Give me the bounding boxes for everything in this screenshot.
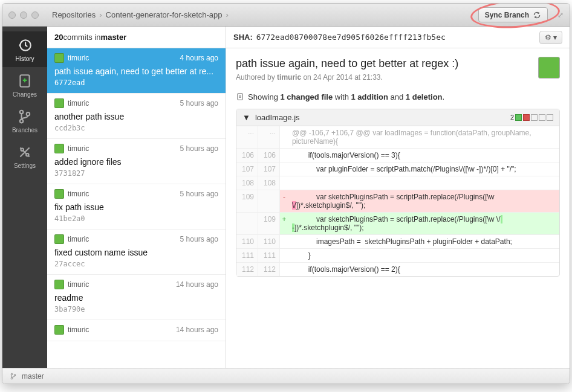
commit-sha-short: 3731827 [54, 169, 218, 178]
commit-item[interactable]: timuric5 hours agoanother path issueccd2… [47, 94, 226, 139]
detail-column: SHA: 6772ead08700078ee7d905f6026effff213… [226, 27, 570, 368]
avatar [54, 98, 64, 108]
commit-item[interactable]: timuric14 hours ago [47, 320, 226, 341]
file-header[interactable]: ▼ loadImage.js 2 [236, 109, 559, 126]
file-diff-icon [236, 92, 244, 101]
commit-time: 5 hours ago [180, 99, 218, 108]
history-icon [17, 37, 33, 53]
close-icon[interactable] [8, 11, 16, 19]
commit-time: 5 hours ago [180, 235, 218, 243]
file-name: loadImage.js [255, 113, 300, 122]
avatar [538, 57, 560, 79]
commit-author: timuric [68, 326, 89, 334]
diff-line: 109- var sketchPluginsPath = scriptPath.… [236, 190, 559, 212]
sync-branch-label: Sync Branch [485, 11, 529, 19]
commit-message: fixed custom name issue [54, 248, 218, 257]
svg-rect-7 [238, 94, 242, 100]
commit-item[interactable]: timuric5 hours agofix path issue41be2a0 [47, 184, 226, 230]
branches-icon [17, 109, 33, 124]
titlebar: Repositories › Content-generator-for-ske… [2, 4, 570, 27]
diff-summary: Showing 1 changed file with 1 addition a… [236, 92, 560, 101]
commit-subtitle: Authored by timuric on 24 Apr 2014 at 21… [236, 73, 560, 82]
commit-title: path issue again, need to get better at … [236, 57, 560, 71]
diff-line: 110110 imagesPath = sketchPluginsPath + … [236, 234, 559, 248]
commit-author: timuric [68, 54, 89, 62]
commits-count: 20 [54, 33, 63, 42]
commit-message: added ignore files [54, 157, 218, 167]
diff-add-square [515, 114, 522, 121]
commit-sha-short: 3ba790e [54, 305, 218, 313]
avatar [54, 234, 64, 244]
file-diff-block: ▼ loadImage.js 2 ······@@ -106,7 +106,7 … [236, 109, 560, 277]
breadcrumb-item[interactable]: Repositories [48, 10, 99, 19]
changes-icon [17, 73, 33, 89]
chevron-down-icon: ▾ [553, 33, 557, 42]
commit-author: timuric [68, 99, 89, 108]
svg-point-9 [11, 378, 13, 379]
commit-message: readme [54, 293, 218, 303]
sidebar-item-branches[interactable]: Branches [2, 103, 47, 138]
commit-item[interactable]: timuric4 hours agopath issue again, need… [47, 48, 226, 94]
svg-point-8 [11, 373, 13, 375]
commit-sha-short: ccd2b3c [54, 124, 218, 132]
sha-label: SHA: [233, 33, 253, 42]
settings-dropdown-button[interactable]: ⚙ ▾ [539, 31, 562, 44]
commit-sha-short: 41be2a0 [54, 214, 218, 223]
minimize-icon[interactable] [20, 11, 27, 19]
traffic-lights [8, 11, 39, 19]
svg-point-2 [20, 111, 23, 114]
breadcrumb-item[interactable]: Content-generator-for-sketch-app [102, 10, 226, 19]
svg-point-3 [20, 120, 23, 123]
diff-badges: 2 [510, 114, 553, 121]
gear-icon: ⚙ [545, 33, 551, 42]
sync-branch-button[interactable]: Sync Branch [478, 7, 548, 22]
sidebar-item-changes[interactable]: Changes [2, 67, 47, 103]
avatar [54, 144, 64, 153]
sidebar-item-label: Changes [13, 91, 37, 98]
diff-line: 108108 [236, 176, 559, 190]
avatar [54, 325, 64, 335]
commits-branch: master [101, 33, 127, 42]
avatar [54, 189, 64, 199]
sidebar: History Changes Branches Settings [2, 27, 47, 368]
commit-message: another path issue [54, 112, 218, 121]
breadcrumb: Repositories › Content-generator-for-ske… [48, 10, 229, 19]
commit-time: 4 hours ago [180, 54, 218, 62]
settings-icon [17, 144, 33, 160]
commit-time: 14 hours ago [176, 280, 218, 289]
commit-list[interactable]: timuric4 hours agopath issue again, need… [47, 48, 226, 368]
commit-author: timuric [68, 144, 89, 153]
sidebar-item-label: History [15, 56, 34, 62]
commit-sha-short: 6772ead [54, 79, 218, 87]
branch-icon [10, 373, 17, 380]
chevron-right-icon: › [226, 10, 229, 19]
sync-icon [533, 11, 541, 19]
commit-sha-short: 27accec [54, 260, 218, 268]
zoom-icon[interactable] [31, 11, 39, 19]
commit-message: fix path issue [54, 202, 218, 212]
sidebar-item-history[interactable]: History [2, 31, 47, 67]
commits-header: 20 commits in master [47, 27, 226, 48]
commit-item[interactable]: timuric14 hours agoreadme3ba790e [47, 275, 226, 320]
avatar [54, 280, 64, 289]
avatar [54, 53, 64, 63]
chevron-down-icon: ▼ [242, 113, 250, 122]
statusbar: master [2, 368, 570, 384]
commit-author: timuric [68, 190, 89, 198]
commit-author: timuric [68, 280, 89, 289]
diff-line: 106106 if(tools.majorVersion() == 3){ [236, 148, 559, 162]
commit-item[interactable]: timuric5 hours agofixed custom name issu… [47, 230, 226, 275]
diff-hunk-header: @@ -106,7 +106,7 @@ var loadImages = fun… [288, 126, 559, 148]
commit-time: 5 hours ago [180, 190, 218, 198]
diff-del-square [523, 114, 530, 121]
fullscreen-icon[interactable]: ⤢ [557, 11, 564, 19]
sidebar-item-settings[interactable]: Settings [2, 138, 47, 174]
sha-value: 6772ead08700078ee7d905f6026effff213fb5ec [256, 33, 446, 42]
detail-body: path issue again, need to get better at … [226, 48, 570, 368]
svg-point-10 [14, 374, 16, 376]
sidebar-item-label: Branches [12, 127, 37, 133]
commit-time: 5 hours ago [180, 144, 218, 153]
diff-body: ······@@ -106,7 +106,7 @@ var loadImages… [236, 126, 559, 276]
svg-point-4 [27, 112, 30, 115]
commit-item[interactable]: timuric5 hours agoadded ignore files3731… [47, 139, 226, 184]
